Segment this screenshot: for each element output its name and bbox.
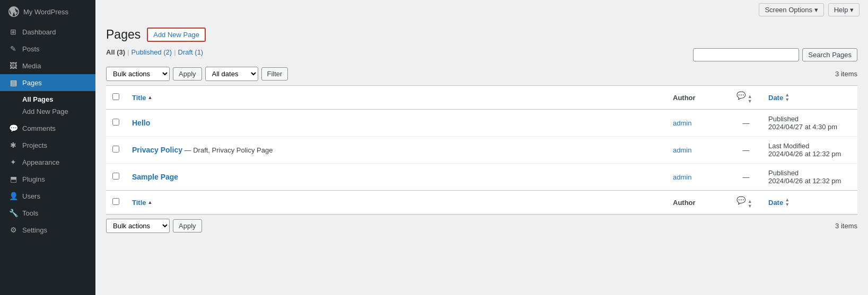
tools-icon: 🔧 [8, 209, 18, 217]
table-header-checkbox [106, 86, 126, 110]
table-header-title: Title ▲ [126, 86, 667, 110]
row-title-cell: Sample Page [126, 164, 667, 191]
page-title-link[interactable]: Sample Page [132, 173, 178, 181]
row-date-cell: Published 2024/04/27 at 4:30 pm [762, 110, 857, 137]
content: Pages Add New Page All (3) | Published (… [95, 19, 868, 295]
table-body: Hello admin — Published 2024/04/27 at 4:… [106, 110, 857, 191]
sidebar-item-pages[interactable]: ▤ Pages [0, 74, 95, 91]
dashboard-icon: ⊞ [8, 28, 18, 36]
sidebar-item-projects[interactable]: ✱ Projects [0, 137, 95, 154]
sidebar-item-tools[interactable]: 🔧 Tools [0, 204, 95, 221]
filter-links: All (3) | Published (2) | Draft (1) [106, 48, 203, 56]
author-link[interactable]: admin [673, 173, 691, 181]
posts-icon: ✎ [8, 44, 18, 53]
sidebar-item-comments[interactable]: 💬 Comments [0, 120, 95, 137]
title-sort-link[interactable]: Title ▲ [132, 94, 152, 102]
title-sort-link-bottom[interactable]: Title ▲ [132, 199, 152, 207]
row-checkbox[interactable] [112, 146, 119, 153]
users-icon: 👤 [8, 192, 18, 200]
items-count-bottom: 3 items [835, 222, 857, 230]
author-link[interactable]: admin [673, 119, 691, 127]
sidebar-item-media[interactable]: 🖼 Media [0, 57, 95, 74]
sidebar-sub-all-pages[interactable]: All Pages [22, 93, 95, 105]
title-sort-icon-bottom: ▲ [148, 200, 153, 205]
sidebar-item-label: Dashboard [22, 28, 56, 36]
filter-published-link[interactable]: Published (2) [131, 48, 172, 56]
bulk-actions-select-top[interactable]: Bulk actions [106, 67, 170, 81]
settings-icon: ⚙ [8, 226, 18, 234]
table-footer-checkbox [106, 191, 126, 214]
table-header-comments: 💬 ▲▼ [730, 86, 762, 110]
add-new-page-button[interactable]: Add New Page [147, 28, 206, 42]
row-title-cell: Privacy Policy — Draft, Privacy Policy P… [126, 137, 667, 164]
sidebar-item-appearance[interactable]: ✦ Appearance [0, 154, 95, 171]
table-footer-title: Title ▲ [126, 191, 667, 214]
sidebar-sub-add-new-page[interactable]: Add New Page [22, 105, 95, 118]
row-checkbox-cell [106, 164, 126, 191]
filter-all-link[interactable]: All (3) [106, 48, 125, 56]
date-status: Published [768, 169, 799, 177]
main-content-area: Screen Options ▾ Help ▾ Pages Add New Pa… [95, 0, 868, 295]
table-footer-date: Date ▲▼ [762, 191, 857, 214]
page-title-link[interactable]: Hello [132, 119, 150, 127]
row-comments-cell: — [730, 137, 762, 164]
author-link[interactable]: admin [673, 146, 691, 154]
comments-column-icon: 💬 [737, 91, 746, 100]
title-sort-icon: ▲ [148, 95, 153, 100]
sidebar-item-label: Plugins [22, 175, 45, 183]
table-header-author: Author [667, 86, 730, 110]
select-all-checkbox-top[interactable] [112, 93, 119, 100]
date-sort-link[interactable]: Date ▲▼ [768, 93, 790, 102]
sidebar-item-label: Pages [22, 79, 42, 87]
row-checkbox[interactable] [112, 173, 119, 180]
sidebar-item-label: Posts [22, 45, 40, 53]
select-all-checkbox-bottom[interactable] [112, 198, 119, 205]
sidebar-item-users[interactable]: 👤 Users [0, 187, 95, 204]
filter-draft-link[interactable]: Draft (1) [178, 48, 204, 56]
row-author-cell: admin [667, 110, 730, 137]
sidebar-item-label: Media [22, 62, 41, 70]
row-date-cell: Published 2024/04/26 at 12:32 pm [762, 164, 857, 191]
search-input[interactable] [693, 48, 799, 61]
date-sort-link-bottom[interactable]: Date ▲▼ [768, 198, 790, 207]
sidebar-item-settings[interactable]: ⚙ Settings [0, 221, 95, 238]
page-title-link[interactable]: Privacy Policy [132, 146, 182, 154]
table-row: Privacy Policy — Draft, Privacy Policy P… [106, 137, 857, 164]
row-author-cell: admin [667, 164, 730, 191]
bottom-toolbar-left: Bulk actions Apply [106, 219, 202, 233]
sidebar-item-label: Appearance [22, 158, 59, 166]
sidebar-item-posts[interactable]: ✎ Posts [0, 40, 95, 57]
sidebar-item-plugins[interactable]: ⬒ Plugins [0, 171, 95, 187]
search-pages-button[interactable]: Search Pages [802, 48, 857, 61]
screen-options-button[interactable]: Screen Options ▾ [759, 3, 823, 16]
projects-icon: ✱ [8, 141, 18, 149]
sidebar-logo: My WordPress [0, 0, 95, 23]
row-checkbox[interactable] [112, 119, 119, 126]
comments-column-icon-bottom: 💬 [737, 196, 746, 204]
bottom-toolbar: Bulk actions Apply 3 items [106, 219, 857, 233]
table-footer-comments: 💬 ▲▼ [730, 191, 762, 214]
sidebar-item-label: Projects [22, 141, 47, 149]
help-button[interactable]: Help ▾ [828, 3, 860, 16]
filter-button[interactable]: Filter [261, 67, 288, 81]
row-date-cell: Last Modified 2024/04/26 at 12:32 pm [762, 137, 857, 164]
top-toolbar: Bulk actions Apply All dates Filter 3 it… [106, 67, 857, 81]
comments-sort-icon-bottom: ▲▼ [748, 199, 752, 209]
row-checkbox-cell [106, 137, 126, 164]
date-status: Published [768, 115, 799, 123]
date-value: 2024/04/26 at 12:32 pm [768, 150, 841, 158]
comments-icon: 💬 [8, 124, 18, 132]
sidebar-pages-submenu: All Pages Add New Page [0, 91, 95, 120]
toolbar-left: Bulk actions Apply All dates Filter [106, 67, 288, 81]
search-area: Search Pages [693, 48, 857, 61]
apply-button-top[interactable]: Apply [173, 67, 202, 81]
date-status: Last Modified [768, 142, 809, 150]
pages-icon: ▤ [8, 78, 18, 87]
plugins-icon: ⬒ [8, 175, 18, 183]
sidebar-item-dashboard[interactable]: ⊞ Dashboard [0, 23, 95, 40]
bulk-actions-select-bottom[interactable]: Bulk actions [106, 219, 170, 233]
dates-filter-select[interactable]: All dates [205, 67, 258, 81]
pages-table: Title ▲ Author 💬 ▲▼ Date ▲▼ [106, 85, 857, 214]
apply-button-bottom[interactable]: Apply [173, 219, 202, 233]
sidebar-item-label: Tools [22, 209, 38, 217]
